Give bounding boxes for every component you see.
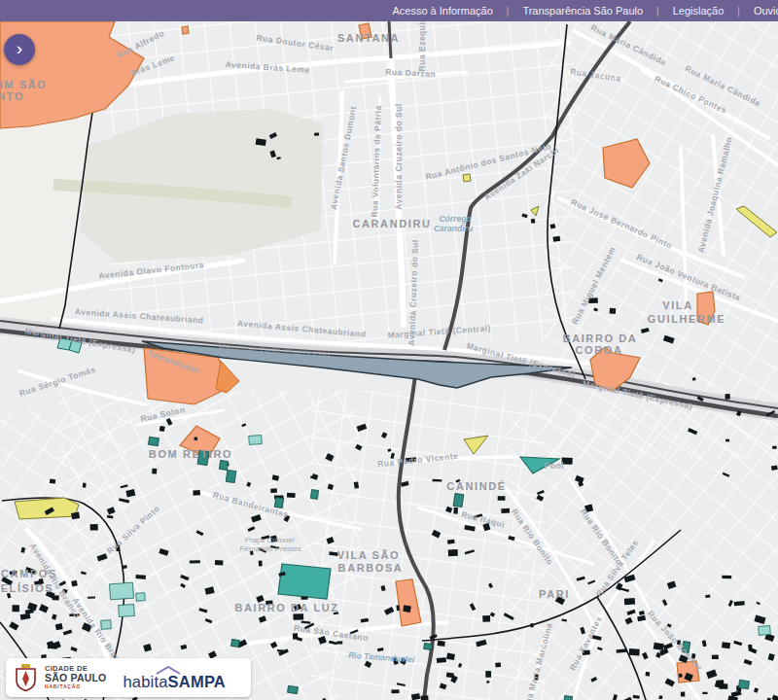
building-footprint [531,219,536,224]
building-footprint [748,645,753,651]
map-label: Carandiru [434,224,474,233]
building-footprint [438,641,445,647]
logo-habita: habita [123,673,167,691]
habitasampa-logo: habitaSAMPA [123,665,226,691]
building-footprint [259,560,263,566]
building-footprint [119,604,135,616]
building-footprint [287,493,296,498]
building-footprint [231,639,240,647]
map-label: VILA SÃO [337,549,400,561]
building-footprint [725,394,730,400]
separator-icon: | [507,6,510,17]
map-label: Avenida Cruzeiro do Sul [394,103,404,209]
map-label: BAIRRO DA [563,332,638,344]
logo-card: CIDADE DE SÃO PAULO HABITAÇÃO habitaSAMP… [6,658,251,697]
map-label: CANINDÉ [446,480,506,492]
map-label: BARBOSA [338,562,404,574]
building-footprint [215,560,224,565]
building-footprint [109,582,133,600]
luz-teal-zone[interactable] [278,564,331,599]
building-footprint [193,490,200,496]
building-footprint [301,597,308,600]
building-footprint [448,549,458,556]
topbar-link[interactable]: Transparência São Paulo [522,5,643,17]
building-footprint [646,672,651,677]
map-label: Pool [545,461,564,471]
building-footprint [314,133,319,136]
building-footprint [722,642,730,648]
map-label: VILA [662,299,692,311]
building-footprint [501,508,510,513]
building-footprint [453,508,458,514]
building-footprint [135,575,146,579]
building-footprint [446,653,455,661]
building-footprint [772,446,776,449]
separator-icon: | [656,6,659,17]
building-footprint [88,596,95,598]
building-footprint [717,680,725,686]
building-footprint [498,496,506,501]
building-footprint [148,437,159,445]
building-footprint [293,613,303,619]
roof-icon [156,666,181,675]
building-footprint [610,308,617,314]
map-label: Fernando Prestes [239,544,301,553]
map-label: Rua Ezequiel [417,21,427,71]
building-footprint [629,648,640,656]
building-footprint [159,426,165,432]
map-label: BENTO [0,90,24,102]
building-footprint [659,696,663,700]
building-footprint [485,671,491,678]
expand-sidebar-button[interactable]: › [4,34,35,65]
building-footprint [725,439,729,442]
building-footprint [71,580,78,587]
building-footprint [759,626,771,636]
building-footprint [712,655,719,659]
building-footprint [738,680,749,688]
building-footprint [702,692,707,694]
building-footprint [90,524,98,531]
building-footprint [705,595,710,598]
building-footprint [152,469,157,474]
building-footprint [722,576,731,578]
building-footprint [336,641,342,644]
building-footprint [482,615,490,622]
building-footprint [391,689,399,693]
map-label: JARDIM SÃO [0,79,48,90]
topbar-link[interactable]: Legislação [673,5,725,17]
city-logo-line2: SÃO PAULO [45,673,106,683]
building-footprint [563,695,572,700]
building-footprint [453,493,464,507]
chevron-right-icon: › [4,34,35,63]
city-logo-sub: HABITAÇÃO [45,684,106,689]
building-footprint [50,479,55,484]
building-footprint [403,605,411,612]
building-footprint [424,643,433,649]
map-label: BOM RETIRO [149,448,232,460]
building-footprint [681,692,686,697]
map-label: PARI [539,588,570,600]
yellow-zone-small-2[interactable] [463,174,471,182]
building-footprint [624,598,635,605]
building-footprint [83,483,87,488]
building-footprint [277,649,284,652]
orange-zone-small-2[interactable] [182,26,189,34]
building-footprint [12,605,18,612]
building-footprint [270,488,277,493]
map-canvas[interactable]: SANTANACARANDIRUVILAGUILHERMEBAIRRO DACO… [0,21,778,700]
building-footprint [190,560,200,563]
building-footprint [136,593,146,602]
topbar-link[interactable]: Acesso à Informação [392,5,492,17]
map-label: GUILHERME [648,313,725,325]
building-footprint [437,657,446,663]
building-footprint [101,620,112,630]
campos-elisios-yellow-zone[interactable] [15,498,79,519]
map-label: Córrego [439,214,471,224]
map-label: Praça Coronel [244,536,294,544]
building-footprint [530,623,533,627]
topbar-links: Acesso à Informação|Transparência São Pa… [378,5,778,17]
map-label: SANTANA [337,32,400,44]
building-footprint [219,460,228,470]
map-label: ELÍSIOS [1,582,54,594]
topbar-link[interactable]: Ouvidoria [754,5,778,17]
